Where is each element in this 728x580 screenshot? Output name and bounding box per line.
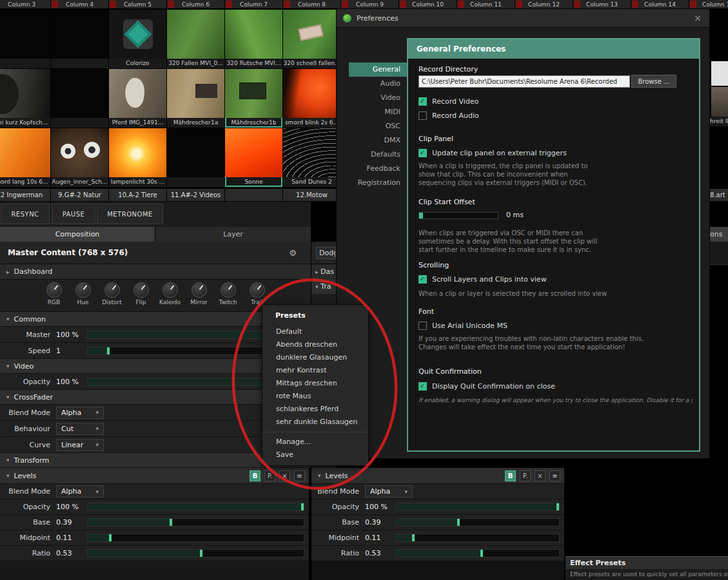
clip-cell[interactable]: Pferd IMG_1491... (109, 69, 166, 128)
clip-thumbnail-fragment[interactable] (711, 87, 728, 117)
bypass-button[interactable]: B (505, 470, 516, 481)
tab-fragment[interactable]: ons (710, 227, 728, 242)
preset-item[interactable]: dunklere Glasaugen (262, 351, 368, 364)
base-slider[interactable] (396, 518, 560, 527)
update-clip-panel-row[interactable]: Update clip panel on external triggers (418, 149, 567, 157)
deck-tab[interactable]: 10.A-2 Tiere (109, 189, 166, 201)
dialog-titlebar[interactable]: Preferences × (337, 9, 709, 28)
preset-item[interactable]: Default (262, 325, 368, 338)
deck-tab[interactable]: 2 Ingwerman (0, 189, 50, 201)
preset-item[interactable]: Abends dreschen (262, 338, 368, 351)
close-icon[interactable]: × (279, 470, 290, 481)
metronome-button[interactable]: METRONOME (97, 204, 163, 224)
save-preset-item[interactable]: Save (262, 449, 368, 461)
clip-thumbnail-fragment[interactable] (711, 61, 728, 86)
dashboard-knob[interactable]: Twitch (213, 280, 242, 311)
manage-presets-item[interactable]: Manage... (262, 436, 368, 449)
clip-cell[interactable]: 320 Rutsche MVI... (225, 10, 282, 68)
clip-cell[interactable]: Sand Dunes 2 (283, 128, 340, 187)
dashboard-section-header[interactable]: ▸ Dashboard (0, 264, 311, 280)
clip-cell[interactable]: Augen_inner_Sch... (51, 128, 108, 187)
tab-layer[interactable]: Layer (155, 227, 311, 242)
nav-item-feedback[interactable]: Feedback (349, 162, 407, 176)
clip-cell[interactable] (167, 128, 224, 187)
clip-cell[interactable]: mord lang 10s 6... (0, 128, 50, 187)
column-header[interactable]: Column 3 (0, 0, 50, 8)
deck-tab[interactable] (225, 189, 282, 201)
record-directory-input[interactable] (418, 75, 630, 88)
column-header[interactable]: Column 11 (457, 0, 515, 8)
dashboard-header-fragment[interactable]: ▸ Das (311, 264, 336, 280)
gear-icon[interactable]: ⚙ (289, 248, 297, 258)
clip-cell[interactable] (51, 69, 108, 128)
midpoint-slider[interactable] (396, 534, 560, 542)
base-slider[interactable] (87, 518, 304, 527)
column-header[interactable]: Column 12 (515, 0, 573, 8)
blend-mode-dropdown[interactable]: Alpha ▾ (56, 485, 104, 498)
nav-item-osc[interactable]: OSC (349, 119, 407, 133)
clip-cell[interactable] (51, 10, 108, 68)
checkbox-icon[interactable] (418, 111, 427, 120)
midpoint-slider[interactable] (87, 534, 304, 542)
clip-cell[interactable] (0, 10, 50, 68)
preset-item[interactable]: Mittags dreschen (262, 377, 368, 390)
clip-cell[interactable]: smord blink 2s 6... (283, 69, 340, 128)
column-header[interactable]: Column 8 (283, 0, 340, 8)
levels-section-header[interactable]: ▾ Levels B P. × ≡ (311, 468, 564, 484)
presets-button[interactable]: P. (264, 470, 275, 481)
checkbox-icon[interactable] (418, 382, 427, 391)
clip-cell[interactable]: Mähdrescher1a (167, 69, 224, 128)
close-icon[interactable]: × (535, 470, 546, 481)
column-header[interactable]: Column 10 (399, 0, 457, 8)
checkbox-icon[interactable] (418, 149, 427, 157)
column-header[interactable]: Column 4 (51, 0, 108, 8)
preset-item[interactable]: mehr Kontrast (262, 364, 368, 377)
column-header[interactable]: Column 14 (631, 0, 689, 8)
curve-dropdown[interactable]: Linear ▾ (56, 439, 104, 451)
column-header[interactable]: Column 9 (341, 0, 398, 8)
deck-tab[interactable]: 9.G#-2 Natur (51, 189, 108, 201)
blend-mode-dropdown[interactable]: Alpha ▾ (56, 407, 104, 419)
dashboard-knob[interactable]: Hue (68, 280, 97, 311)
clip-cell[interactable]: sei kurz Kopfsch... (0, 69, 50, 128)
resync-button[interactable]: RESYNC (1, 204, 50, 224)
clip-cell[interactable]: lampenlicht 30s ... (109, 128, 166, 187)
clip-cell-selected[interactable]: Sonne (225, 128, 282, 187)
dashboard-knob[interactable]: Distort (97, 280, 126, 311)
checkbox-icon[interactable] (418, 322, 427, 330)
levels-section-header[interactable]: ▾ Levels B P. × ≡ (0, 468, 309, 484)
dashboard-knob[interactable]: Flip (126, 280, 155, 311)
nav-item-registration[interactable]: Registration (349, 176, 407, 190)
opacity-slider[interactable] (396, 503, 560, 511)
record-audio-row[interactable]: Record Audio (418, 111, 479, 120)
column-header[interactable]: Column 15 (689, 0, 728, 8)
record-video-row[interactable]: Record Video (418, 97, 478, 106)
deck-tab[interactable]: 12.Motow (283, 189, 340, 201)
scroll-into-view-row[interactable]: Scroll Layers and Clips into view (418, 275, 547, 284)
close-icon[interactable]: × (694, 13, 702, 23)
preset-item[interactable]: sehr dunkle Glasaugen (262, 416, 368, 429)
opacity-slider[interactable] (87, 503, 304, 511)
deck-tab-fragment[interactable]: 8.art (710, 189, 728, 201)
dashboard-knob[interactable]: Kaleido (155, 280, 184, 311)
nav-item-defaults[interactable]: Defaults (349, 148, 407, 162)
clip-start-offset-slider[interactable] (418, 212, 498, 219)
column-header[interactable]: Column 6 (167, 0, 224, 8)
deck-tab[interactable]: 11.A#-2 Videos (167, 189, 224, 201)
nav-item-audio[interactable]: Audio (349, 77, 407, 91)
ratio-slider[interactable] (396, 549, 560, 557)
preset-item[interactable]: schlankeres Pferd (262, 403, 368, 416)
menu-icon[interactable]: ≡ (294, 470, 305, 481)
nav-item-general[interactable]: General (349, 63, 407, 77)
column-header[interactable]: Column 5 (109, 0, 166, 8)
behaviour-dropdown[interactable]: Cut ▾ (56, 423, 104, 435)
ratio-slider[interactable] (87, 549, 304, 557)
nav-item-video[interactable]: Video (349, 91, 407, 105)
blend-mode-dropdown[interactable]: Alpha ▾ (365, 485, 413, 498)
pause-button[interactable]: PAUSE (52, 204, 95, 224)
quit-confirmation-row[interactable]: Display Quit Confirmation on close (418, 382, 555, 391)
clip-cell[interactable]: 320 schnell fallen... (283, 10, 340, 68)
nav-item-dmx[interactable]: DMX (349, 133, 407, 148)
presets-button[interactable]: P. (520, 470, 531, 481)
checkbox-icon[interactable] (418, 275, 427, 284)
